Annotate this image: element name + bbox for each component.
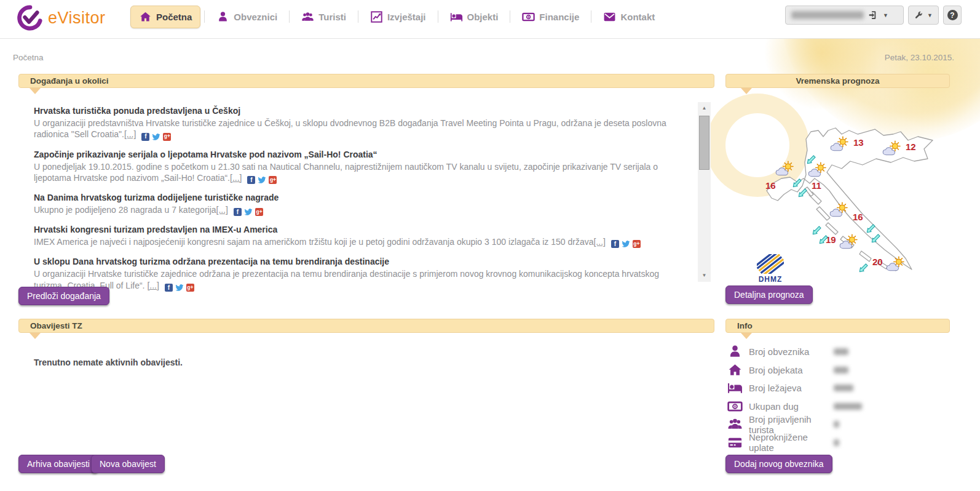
panel-pointer — [741, 88, 752, 94]
chevron-down-icon: ▼ — [883, 12, 888, 18]
card-icon — [727, 435, 743, 450]
news-text: U ponedjeljak 19.10.2015. godine s počet… — [34, 162, 658, 183]
current-date: Petak, 23.10.2015. — [885, 53, 954, 62]
social-share: fg+ — [247, 176, 277, 184]
group-icon — [301, 10, 314, 23]
info-label: Broj obveznika — [749, 346, 830, 357]
news-more-link[interactable]: [...] — [216, 205, 228, 215]
evisitor-logo[interactable]: eVisitor — [17, 5, 106, 31]
facebook-icon[interactable]: f — [247, 176, 255, 184]
info-row: Broj prijavljenih turista — [725, 415, 950, 434]
twitter-icon[interactable] — [244, 208, 253, 216]
temperature-label: 20 — [872, 257, 883, 267]
nav-divider — [358, 10, 358, 23]
chart-icon — [370, 10, 383, 23]
info-value-blurred — [834, 421, 839, 428]
banknote-icon — [727, 399, 743, 414]
news-item: Započinje prikazivanje serijala o ljepot… — [34, 150, 678, 185]
nav-tab-izvjestaji[interactable]: Izvještaji — [362, 6, 434, 28]
news-more-link[interactable]: [...] — [230, 173, 242, 183]
news-body: U organizaciji predstavništva Hrvatske t… — [34, 118, 678, 141]
suncloud-icon — [882, 140, 903, 156]
facebook-icon[interactable]: f — [165, 284, 173, 292]
facebook-icon[interactable]: f — [611, 240, 619, 248]
info-row: Broj ležajeva — [725, 379, 950, 397]
new-notice-button[interactable]: Nova obavijest — [91, 455, 165, 473]
bed-icon — [727, 380, 743, 396]
user-menu-button[interactable]: ▼ — [785, 6, 904, 25]
nav-label: Objekti — [467, 12, 499, 22]
googleplus-icon[interactable]: g+ — [163, 133, 171, 141]
facebook-icon[interactable]: f — [234, 208, 242, 216]
googleplus-icon[interactable]: g+ — [633, 240, 641, 248]
detailed-forecast-button[interactable]: Detaljna prognoza — [725, 285, 813, 304]
scrollbar-thumb[interactable] — [699, 116, 709, 170]
temperature-label: 12 — [906, 142, 916, 152]
news-title: Na Danima hrvatskog turizma dodijeljene … — [34, 193, 678, 202]
wind-arrow-icon — [806, 154, 817, 165]
googleplus-icon[interactable]: g+ — [186, 284, 194, 292]
wind-arrow-icon — [871, 233, 882, 244]
person-icon — [727, 344, 743, 359]
twitter-icon[interactable] — [152, 133, 160, 141]
news-more-link[interactable]: [...] — [593, 237, 605, 247]
news-body: Ukupno je podijeljeno 28 nagrada u 7 kat… — [34, 204, 678, 216]
nav-tab-turisti[interactable]: Turisti — [293, 6, 354, 28]
temperature-label: 16 — [853, 212, 863, 222]
news-text: Ukupno je podijeljeno 28 nagrada u 7 kat… — [34, 205, 216, 215]
weather-panel-header: Vremenska prognoza — [725, 74, 950, 88]
nav-divider — [204, 10, 205, 23]
person-icon — [216, 10, 229, 23]
events-list: Hrvatska turistička ponuda predstavljena… — [18, 97, 714, 283]
nav-tab-financije[interactable]: Financije — [514, 6, 587, 28]
suncloud-icon — [775, 161, 796, 176]
nav-label: Obveznici — [234, 12, 277, 22]
facebook-icon[interactable]: f — [141, 133, 149, 141]
panel-pointer — [30, 333, 41, 339]
notices-archive-button[interactable]: Arhiva obavijesti — [18, 455, 98, 473]
nav-label: Početna — [156, 12, 192, 22]
twitter-icon[interactable] — [258, 176, 266, 184]
news-title: Hrvatska turistička ponuda predstavljena… — [34, 106, 678, 116]
social-share: fg+ — [234, 208, 263, 216]
nav-label: Financije — [539, 12, 579, 22]
info-label: Broj ležajeva — [749, 383, 830, 393]
breadcrumb: Početna — [13, 53, 44, 62]
settings-button[interactable]: ▼ — [908, 6, 939, 25]
nav-label: Turisti — [318, 12, 346, 22]
weather-map: 13 12 16 11 16 19 20 DHMZ — [753, 105, 938, 284]
scrollbar[interactable]: ▲ ▼ — [698, 102, 711, 282]
propose-events-button[interactable]: Predloži događanja — [18, 287, 109, 305]
info-row: Neproknjižene uplate — [725, 434, 950, 452]
googleplus-icon[interactable]: g+ — [255, 208, 263, 216]
googleplus-icon[interactable]: g+ — [269, 176, 277, 184]
notices-panel-header: Obavijesti TZ — [18, 319, 714, 333]
scroll-down-arrow[interactable]: ▼ — [698, 271, 711, 281]
panel-pointer — [741, 333, 752, 339]
news-more-link[interactable]: [...] — [124, 129, 136, 139]
main-nav: Početna Obveznici Turisti Izvještaji Obj… — [130, 4, 663, 29]
twitter-icon[interactable] — [622, 240, 630, 248]
social-share: fg+ — [165, 284, 194, 292]
help-button[interactable]: ? — [943, 6, 962, 25]
scroll-up-arrow[interactable]: ▲ — [698, 103, 711, 113]
chevron-down-icon: ▼ — [927, 12, 933, 18]
news-title: Hrvatski kongresni turizam predstavljen … — [34, 225, 678, 234]
nav-tab-objekti[interactable]: Objekti — [442, 6, 507, 28]
panel-pointer — [30, 88, 41, 94]
nav-tab-kontakt[interactable]: Kontakt — [595, 6, 663, 28]
news-body: U organizaciji Hrvatske turističke zajed… — [34, 268, 678, 292]
temperature-label: 16 — [765, 180, 776, 191]
twitter-icon[interactable] — [175, 284, 184, 292]
username-blurred — [791, 11, 864, 19]
nav-tab-pocetna[interactable]: Početna — [130, 6, 200, 28]
bed-icon — [450, 10, 463, 23]
banknote-icon — [522, 10, 535, 23]
news-more-link[interactable]: [...] — [147, 281, 159, 290]
nav-tab-obveznici[interactable]: Obveznici — [208, 6, 285, 28]
suncloud-icon — [830, 136, 851, 151]
add-obveznik-button[interactable]: Dodaj novog obveznika — [725, 455, 832, 473]
news-text: IMEX America je najveći i najposjećeniji… — [34, 237, 593, 247]
user-toolbar: ▼ ▼ ? — [785, 6, 962, 25]
news-body: IMEX America je najveći i najposjećeniji… — [34, 236, 678, 248]
